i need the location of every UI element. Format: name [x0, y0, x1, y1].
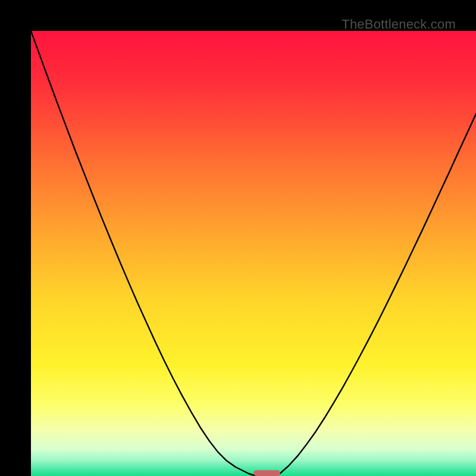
marker-bar: [253, 470, 280, 476]
gradient-background: [31, 31, 476, 476]
watermark-text: TheBottleneck.com: [342, 17, 456, 32]
plot-svg: [31, 31, 476, 476]
chart-frame: TheBottleneck.com: [0, 0, 476, 476]
plot-area: [31, 31, 476, 476]
optimal-marker: [253, 470, 280, 476]
